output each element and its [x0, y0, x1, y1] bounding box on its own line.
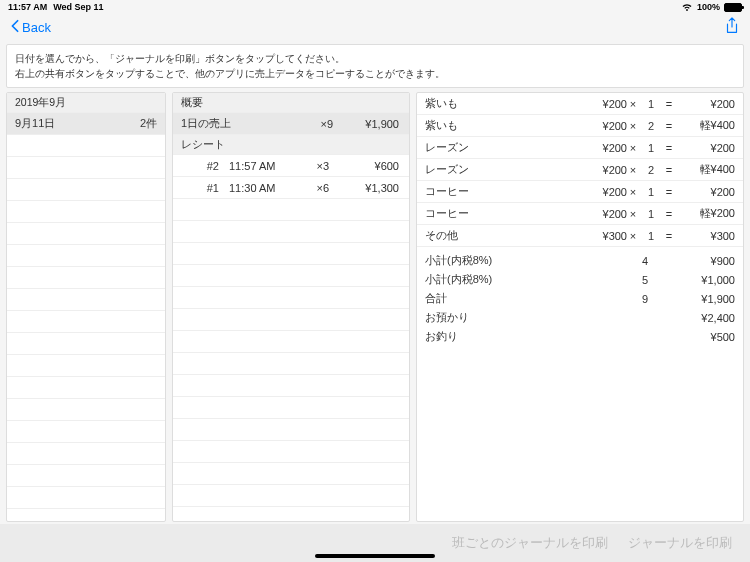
- instruction-line-2: 右上の共有ボタンをタップすることで、他のアプリに売上データをコピーすることができ…: [15, 66, 735, 81]
- item-name: レーズン: [425, 140, 577, 155]
- summary-label: 小計(内税8%): [425, 253, 615, 268]
- item-eq: =: [663, 164, 675, 176]
- date-count: 2件: [140, 116, 157, 131]
- receipt-row[interactable]: #1 11:30 AM ×6 ¥1,300: [173, 177, 409, 199]
- item-price: ¥200: [577, 142, 627, 154]
- receipt-time: 11:57 AM: [229, 160, 289, 172]
- empty-rows: [7, 135, 165, 521]
- receipt-qty: ×6: [289, 182, 329, 194]
- wifi-icon: [681, 3, 693, 12]
- item-qty: 2: [639, 120, 663, 132]
- item-name: コーヒー: [425, 184, 577, 199]
- receipt-num: #2: [179, 160, 229, 172]
- item-price: ¥200: [577, 120, 627, 132]
- item-total: 軽¥200: [675, 206, 735, 221]
- item-row[interactable]: 紫いも¥200×2=軽¥400: [417, 115, 743, 137]
- battery-percent: 100%: [697, 2, 720, 12]
- item-name: 紫いも: [425, 118, 577, 133]
- dates-header: 2019年9月: [7, 93, 165, 113]
- share-icon: [724, 17, 740, 35]
- item-price: ¥200: [577, 164, 627, 176]
- item-eq: =: [663, 230, 675, 242]
- status-date: Wed Sep 11: [53, 2, 103, 12]
- item-times: ×: [627, 120, 639, 132]
- item-name: コーヒー: [425, 206, 577, 221]
- status-time: 11:57 AM: [8, 2, 47, 12]
- item-times: ×: [627, 186, 639, 198]
- back-label: Back: [22, 20, 51, 35]
- item-row[interactable]: 紫いも¥200×1=¥200: [417, 93, 743, 115]
- item-times: ×: [627, 230, 639, 242]
- summary-qty: 9: [615, 293, 675, 305]
- instructions-box: 日付を選んでから、「ジャーナルを印刷」ボタンをタップしてください。 右上の共有ボ…: [6, 44, 744, 88]
- receipt-amount: ¥600: [329, 160, 403, 172]
- item-price: ¥300: [577, 230, 627, 242]
- summary-label: お釣り: [425, 329, 615, 344]
- item-eq: =: [663, 142, 675, 154]
- item-row[interactable]: コーヒー¥200×1=軽¥200: [417, 203, 743, 225]
- item-name: その他: [425, 228, 577, 243]
- item-name: 紫いも: [425, 96, 577, 111]
- summary-label: 小計(内税8%): [425, 272, 615, 287]
- summary-amount: ¥1,900: [675, 293, 735, 305]
- item-times: ×: [627, 142, 639, 154]
- item-price: ¥200: [577, 186, 627, 198]
- receipt-num: #1: [179, 182, 229, 194]
- item-total: 軽¥400: [675, 162, 735, 177]
- summary-row: お釣り¥500: [417, 327, 743, 346]
- item-total: 軽¥400: [675, 118, 735, 133]
- item-total: ¥300: [675, 230, 735, 242]
- receipt-row[interactable]: #2 11:57 AM ×3 ¥600: [173, 155, 409, 177]
- item-total: ¥200: [675, 142, 735, 154]
- summary-row: 小計(内税8%)5¥1,000: [417, 270, 743, 289]
- print-journal-button[interactable]: ジャーナルを印刷: [628, 534, 732, 552]
- summary-amount: ¥500: [675, 331, 735, 343]
- item-row[interactable]: レーズン¥200×2=軽¥400: [417, 159, 743, 181]
- summary-panel: 概要 1日の売上 ×9 ¥1,900 レシート #2 11:57 AM ×3 ¥…: [172, 92, 410, 522]
- item-price: ¥200: [577, 98, 627, 110]
- receipts-header: レシート: [173, 135, 409, 155]
- item-row[interactable]: レーズン¥200×1=¥200: [417, 137, 743, 159]
- summary-amount: ¥2,400: [675, 312, 735, 324]
- item-total: ¥200: [675, 186, 735, 198]
- empty-rows: [173, 199, 409, 521]
- item-eq: =: [663, 208, 675, 220]
- item-row[interactable]: コーヒー¥200×1=¥200: [417, 181, 743, 203]
- dates-panel: 2019年9月 9月11日 2件: [6, 92, 166, 522]
- item-qty: 1: [639, 208, 663, 220]
- item-qty: 2: [639, 164, 663, 176]
- detail-panel: 紫いも¥200×1=¥200紫いも¥200×2=軽¥400レーズン¥200×1=…: [416, 92, 744, 522]
- item-qty: 1: [639, 230, 663, 242]
- daily-label: 1日の売上: [179, 116, 283, 131]
- nav-bar: Back: [0, 14, 750, 40]
- summary-qty: 4: [615, 255, 675, 267]
- item-price: ¥200: [577, 208, 627, 220]
- item-times: ×: [627, 164, 639, 176]
- item-total: ¥200: [675, 98, 735, 110]
- item-qty: 1: [639, 186, 663, 198]
- share-button[interactable]: [724, 17, 740, 38]
- receipt-qty: ×3: [289, 160, 329, 172]
- item-times: ×: [627, 98, 639, 110]
- summary-label: お預かり: [425, 310, 615, 325]
- summary-row: 合計9¥1,900: [417, 289, 743, 308]
- item-eq: =: [663, 120, 675, 132]
- summary-amount: ¥1,000: [675, 274, 735, 286]
- item-eq: =: [663, 186, 675, 198]
- daily-sales-row[interactable]: 1日の売上 ×9 ¥1,900: [173, 113, 409, 135]
- item-name: レーズン: [425, 162, 577, 177]
- back-button[interactable]: Back: [10, 19, 51, 36]
- item-qty: 1: [639, 142, 663, 154]
- receipt-amount: ¥1,300: [329, 182, 403, 194]
- summary-qty: 5: [615, 274, 675, 286]
- item-times: ×: [627, 208, 639, 220]
- print-by-group-button[interactable]: 班ごとのジャーナルを印刷: [452, 534, 608, 552]
- home-indicator: [315, 554, 435, 558]
- item-row[interactable]: その他¥300×1=¥300: [417, 225, 743, 247]
- date-label: 9月11日: [15, 116, 140, 131]
- summary-row: 小計(内税8%)4¥900: [417, 251, 743, 270]
- daily-amount: ¥1,900: [333, 118, 403, 130]
- date-row[interactable]: 9月11日 2件: [7, 113, 165, 135]
- summary-amount: ¥900: [675, 255, 735, 267]
- battery-icon: [724, 3, 742, 12]
